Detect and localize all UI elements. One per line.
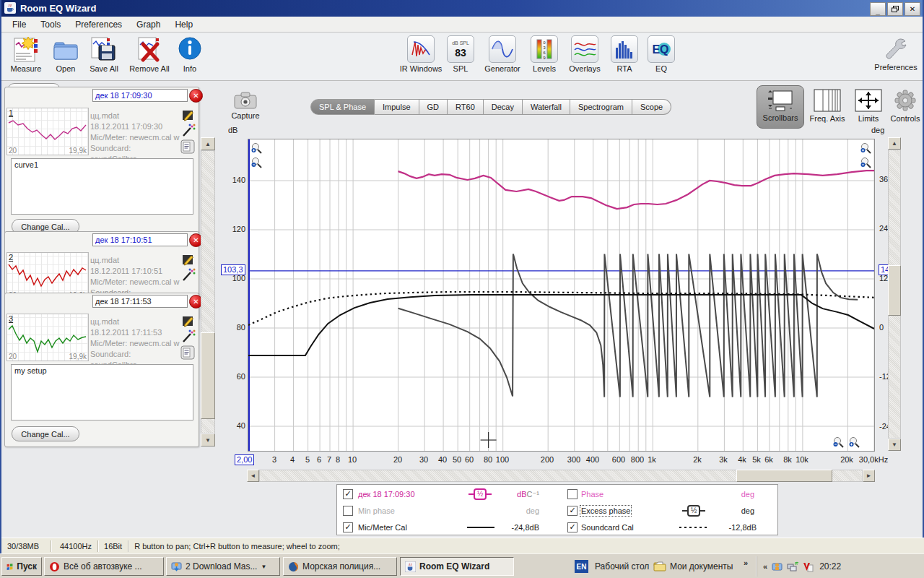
clock[interactable]: 20:22 — [819, 561, 841, 571]
remove-all-icon — [136, 35, 163, 63]
plot-zoom-out-y2-button[interactable] — [859, 156, 871, 168]
plot-scroll-up-button[interactable]: ▲ — [888, 137, 901, 150]
sidebar-scrollbar-thumb[interactable] — [201, 332, 215, 419]
menu-file[interactable]: File — [6, 17, 32, 32]
plot-scroll-right-button[interactable]: ► — [863, 470, 875, 482]
measurement-card-1[interactable]: дек 18 17:09:30 ✕ 1 20 19,9k цц.mdat 18.… — [4, 87, 199, 238]
menu-graph[interactable]: Graph — [130, 17, 167, 32]
task-opera[interactable]: Всё об автозвуке ... — [44, 557, 164, 576]
tab-spectrogram[interactable]: Spectrogram — [570, 99, 632, 115]
task-rew-active[interactable]: Room EQ Wizard — [400, 557, 514, 576]
plot-zoom-in-x-button[interactable] — [847, 436, 860, 448]
java-task-icon — [405, 561, 416, 572]
measurement-1-name-field[interactable]: дек 18 17:09:30 — [92, 89, 188, 102]
legend-minphase-checkbox[interactable] — [343, 506, 353, 516]
legend-miccal-checkbox[interactable]: ✓ — [343, 522, 353, 532]
remove-all-button[interactable]: Remove All — [126, 35, 173, 73]
measurement-card-3[interactable]: дек 18 17:11:53 ✕ 3 20 19,9k цц.mdat 18.… — [4, 293, 199, 447]
desktop-toolbar-label[interactable]: Рабочий стол — [595, 561, 649, 571]
app-window: Room EQ Wizard _ ✕ File Tools Preference… — [0, 0, 924, 553]
controls-button[interactable]: Controls — [888, 85, 923, 127]
plot-scroll-left-button[interactable]: ◄ — [247, 470, 259, 482]
menu-help[interactable]: Help — [168, 17, 199, 32]
tab-impulse[interactable]: Impulse — [375, 99, 419, 115]
legend-soundcal-checkbox[interactable]: ✓ — [567, 522, 578, 532]
preferences-button[interactable]: Preferences — [871, 35, 920, 72]
my-documents-label[interactable]: Мои документы — [670, 561, 733, 571]
measurement-1-thumbnail[interactable]: 1 20 19,9k — [6, 108, 89, 155]
freq-axis-button[interactable]: Freq. Axis — [806, 85, 848, 127]
info-button[interactable]: Info — [176, 35, 204, 73]
open-button[interactable]: Open — [48, 35, 84, 73]
task-download-master[interactable]: 2 Download Mas... ▼ — [166, 557, 280, 576]
measurement-2-name-field[interactable]: дек 18 17:10:51 — [92, 233, 188, 246]
limits-button[interactable]: Limits — [849, 85, 888, 127]
capture-button[interactable]: Capture — [225, 91, 266, 120]
tray-network-icon[interactable] — [787, 561, 798, 572]
tray-antivirus-icon[interactable] — [803, 561, 814, 572]
language-indicator[interactable]: EN — [575, 560, 588, 573]
measurement-3-name-field[interactable]: дек 18 17:11:53 — [92, 295, 188, 308]
open-label: Open — [56, 64, 76, 73]
legend-excessphase-checkbox[interactable]: ✓ — [567, 506, 578, 516]
measurement-1-delete-button[interactable]: ✕ — [189, 89, 203, 103]
toolbar-chevron-more[interactable]: » — [744, 558, 748, 567]
measurement-2-style-wand-icon[interactable] — [181, 268, 196, 282]
legend-spl-smoothing-badge[interactable]: ½ — [468, 488, 492, 500]
task-firefox[interactable]: Морская полиция... — [283, 557, 397, 576]
my-documents-folder-icon[interactable] — [653, 560, 666, 571]
tray-download-master-icon[interactable] — [772, 561, 783, 572]
tab-decay[interactable]: Decay — [484, 99, 523, 115]
generator-button[interactable]: Generator — [481, 35, 523, 73]
save-all-button[interactable]: Save All — [85, 35, 123, 73]
restore-button[interactable] — [887, 2, 903, 16]
overlays-button[interactable]: Overlays — [566, 35, 603, 73]
ir-windows-button[interactable]: IR Windows — [398, 35, 443, 73]
measurement-3-change-cal-button[interactable]: Change Cal... — [12, 426, 79, 441]
legend-phase-checkbox[interactable] — [567, 489, 578, 499]
sidebar-scroll-up-button[interactable]: ▲ — [201, 137, 215, 150]
legend-excessphase-smoothing-badge[interactable]: ½ — [682, 505, 705, 517]
measurement-3-thumbnail[interactable]: 3 20 19,9k — [6, 314, 89, 361]
db-tick-label: 80 — [218, 323, 245, 332]
spl-phase-plot[interactable] — [248, 139, 875, 452]
task-dropdown-arrow-icon[interactable]: ▼ — [261, 564, 266, 570]
measurement-1-edit-icon[interactable] — [181, 108, 196, 122]
tab-rt60[interactable]: RT60 — [448, 99, 484, 115]
tab-scope[interactable]: Scope — [632, 99, 671, 115]
sidebar-scroll-down-button[interactable]: ▼ — [201, 434, 215, 447]
measurement-1-notes-textarea[interactable]: curve1 — [11, 158, 193, 215]
tab-gd[interactable]: GD — [419, 99, 448, 115]
measure-button[interactable]: Measure — [7, 35, 45, 73]
plot-hscrollbar-thumb[interactable] — [736, 470, 832, 482]
measurement-3-style-wand-icon[interactable] — [181, 329, 196, 344]
measurement-3-edit-icon[interactable] — [181, 314, 196, 328]
menu-preferences[interactable]: Preferences — [69, 17, 128, 32]
plot-scroll-down-button[interactable]: ▼ — [888, 439, 901, 451]
levels-button[interactable]: 0 3 6 9 Levels — [528, 35, 560, 73]
measurement-1-style-wand-icon[interactable] — [181, 124, 196, 138]
spl-button[interactable]: dB SPL 83 SPL — [445, 35, 476, 73]
tab-waterfall[interactable]: Waterfall — [523, 99, 570, 115]
measurement-2-edit-icon[interactable] — [181, 252, 196, 267]
plot-zoom-out-x-button[interactable] — [832, 436, 844, 448]
measure-label: Measure — [11, 64, 42, 73]
tray-chevron-icon[interactable]: « — [763, 562, 767, 571]
measurement-1-notes-icon[interactable] — [180, 139, 195, 154]
tab-spl-phase[interactable]: SPL & Phase — [310, 99, 375, 115]
start-button[interactable]: Пуск — [1, 557, 42, 576]
close-button[interactable]: ✕ — [905, 2, 920, 16]
plot-zoom-in-y2-button[interactable] — [859, 142, 871, 154]
eq-button[interactable]: EQ EQ — [648, 35, 675, 73]
rta-button[interactable]: RTA — [610, 35, 639, 73]
plot-zoom-out-y-button[interactable] — [250, 156, 262, 168]
plot-vscrollbar-thumb[interactable] — [888, 265, 901, 316]
measurement-3-notes-icon[interactable] — [180, 345, 195, 360]
plot-zoom-in-y-button[interactable] — [250, 142, 262, 154]
measurement-3-notes-textarea[interactable]: my setup — [11, 364, 193, 420]
scrollbars-toggle-button[interactable]: Scrollbars — [757, 85, 804, 129]
legend-spl-checkbox[interactable]: ✓ — [343, 489, 353, 499]
menu-tools[interactable]: Tools — [34, 17, 67, 32]
measurement-1-fmax: 19,9k — [69, 147, 87, 155]
minimize-button[interactable]: _ — [870, 2, 886, 16]
